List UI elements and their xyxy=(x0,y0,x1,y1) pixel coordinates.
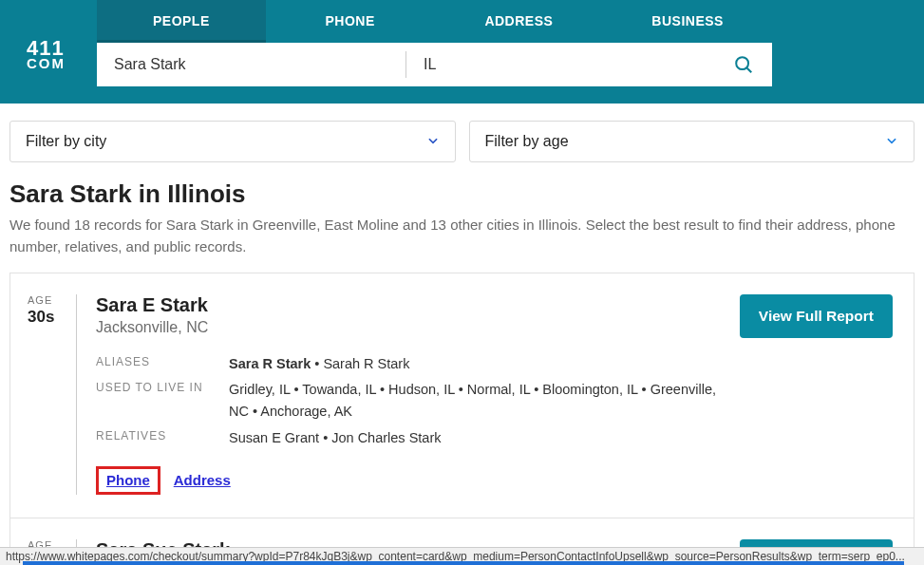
result-location: Jacksonville, NC xyxy=(96,319,731,336)
lived-in-value: Gridley, IL • Towanda, IL • Hudson, IL •… xyxy=(229,379,731,423)
age-label: AGE xyxy=(28,294,66,306)
result-card: AGE 30s Sara E Stark Jacksonville, NC AL… xyxy=(10,273,914,518)
aliases-label: ALIASES xyxy=(96,353,229,375)
loading-bar xyxy=(23,561,904,565)
logo[interactable]: 411 COM xyxy=(0,0,97,69)
highlight-box: Phone xyxy=(96,466,160,495)
search-location-input[interactable] xyxy=(406,43,715,86)
chevron-down-icon xyxy=(885,134,898,150)
search-button[interactable] xyxy=(715,43,772,86)
search-tabs: PEOPLE PHONE ADDRESS BUSINESS xyxy=(97,0,772,43)
aliases-value: Sara R Stark • Sarah R Stark xyxy=(229,353,731,375)
search-name-input[interactable] xyxy=(97,43,405,86)
page-subtitle: We found 18 records for Sara Stark in Gr… xyxy=(0,215,924,273)
tab-people[interactable]: PEOPLE xyxy=(97,0,266,43)
results-list: AGE 30s Sara E Stark Jacksonville, NC AL… xyxy=(9,273,915,565)
filter-age[interactable]: Filter by age xyxy=(469,121,915,162)
search-bar xyxy=(97,43,772,86)
filters-row: Filter by city Filter by age xyxy=(0,104,924,176)
search-icon xyxy=(733,54,754,75)
tab-business[interactable]: BUSINESS xyxy=(603,0,772,43)
phone-link[interactable]: Phone xyxy=(106,472,150,488)
tab-phone[interactable]: PHONE xyxy=(266,0,435,43)
age-value: 30s xyxy=(28,308,66,327)
address-link[interactable]: Address xyxy=(174,472,231,488)
relatives-value: Susan E Grant • Jon Charles Stark xyxy=(229,427,731,449)
page-title: Sara Stark in Illinois xyxy=(0,176,924,215)
result-name[interactable]: Sara E Stark xyxy=(96,294,731,316)
view-full-report-button[interactable]: View Full Report xyxy=(740,294,893,338)
relatives-label: RELATIVES xyxy=(96,427,229,449)
svg-line-1 xyxy=(747,68,752,73)
lived-in-label: USED TO LIVE IN xyxy=(96,379,229,423)
svg-point-0 xyxy=(736,57,748,69)
chevron-down-icon xyxy=(426,134,440,150)
header: 411 COM PEOPLE PHONE ADDRESS BUSINESS xyxy=(0,0,924,104)
tab-address[interactable]: ADDRESS xyxy=(435,0,604,43)
filter-city[interactable]: Filter by city xyxy=(9,121,456,162)
